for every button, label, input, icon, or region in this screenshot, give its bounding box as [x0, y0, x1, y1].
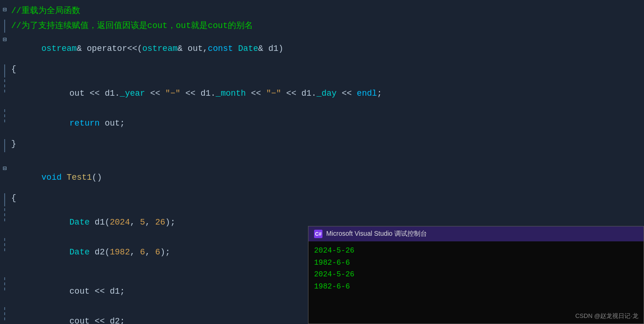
debug-vs-icon: C#	[314, 230, 322, 238]
code-line-6: return out;	[0, 108, 644, 138]
code-line-1: ⊟ //重载为全局函数	[0, 4, 644, 19]
line-comment-2: //为了支持连续赋值，返回值因该是cout，out就是cout的别名	[9, 20, 644, 31]
line-brace-open-10: {	[9, 193, 644, 203]
line-code-5: out << d1._year << "−" << d1._month << "…	[37, 79, 644, 107]
indent-spacer-7	[0, 139, 9, 152]
debug-console: C# Microsoft Visual Studio 调试控制台 2024-5-…	[308, 226, 644, 324]
debug-line-1: 2024-5-26	[314, 245, 638, 257]
indent-spacer-11	[0, 208, 9, 221]
code-line-7: }	[0, 138, 644, 153]
vbar-10	[4, 193, 5, 206]
collapse-btn-9[interactable]: ⊟	[0, 163, 9, 172]
vbar-dashed-15	[4, 307, 5, 320]
line-brace-open-4: {	[9, 64, 644, 74]
line-code-6: return out;	[37, 109, 644, 137]
line-brace-close-7: }	[9, 139, 644, 148]
indent-spacer-5	[0, 79, 9, 92]
line-comment-1: //重载为全局函数	[9, 5, 644, 16]
indent-spacer-4	[0, 64, 9, 77]
line-code-3: ostream& operator<<(ostream& out,const D…	[9, 35, 644, 63]
indent-spacer-10	[0, 193, 9, 206]
code-line-10: {	[0, 192, 644, 207]
debug-line-4: 1982-6-6	[314, 281, 638, 293]
indent-spacer-6	[0, 109, 9, 122]
line-code-9: void Test1()	[9, 163, 644, 191]
debug-line-2: 1982-6-6	[314, 257, 638, 269]
vbar-dashed-5	[4, 79, 5, 92]
debug-title: Microsoft Visual Studio 调试控制台	[326, 230, 427, 238]
code-line-9: ⊟ void Test1()	[0, 162, 644, 192]
debug-line-3: 2024-5-26	[314, 269, 638, 281]
code-line-2: //为了支持连续赋值，返回值因该是cout，out就是cout的别名	[0, 19, 644, 34]
indent-spacer-12	[0, 238, 9, 251]
code-line-3: ⊟ ostream& operator<<(ostream& out,const…	[0, 34, 644, 63]
vbar-dashed-14	[4, 277, 5, 290]
watermark-text: CSDN @赵龙视日记·龙	[575, 312, 638, 319]
debug-titlebar: C# Microsoft Visual Studio 调试控制台	[308, 226, 644, 241]
indent-spacer-15	[0, 307, 9, 320]
vbar-dashed-6	[4, 109, 5, 122]
collapse-btn-1[interactable]: ⊟	[0, 5, 9, 14]
watermark: CSDN @赵龙视日记·龙	[575, 312, 638, 320]
vbar-dashed-12	[4, 238, 5, 251]
empty-line-8	[0, 153, 644, 162]
debug-output: 2024-5-26 1982-6-6 2024-5-26 1982-6-6	[308, 241, 644, 296]
vbar-4	[4, 64, 5, 77]
collapse-btn-3[interactable]: ⊟	[0, 35, 9, 43]
vbar-2	[4, 20, 5, 33]
code-line-5: out << d1._year << "−" << d1._month << "…	[0, 78, 644, 108]
vbar-dashed-11	[4, 208, 5, 221]
code-line-4: {	[0, 63, 644, 78]
indent-spacer-14	[0, 277, 9, 290]
vbar-7	[4, 139, 5, 152]
indent-spacer-2	[0, 20, 9, 33]
